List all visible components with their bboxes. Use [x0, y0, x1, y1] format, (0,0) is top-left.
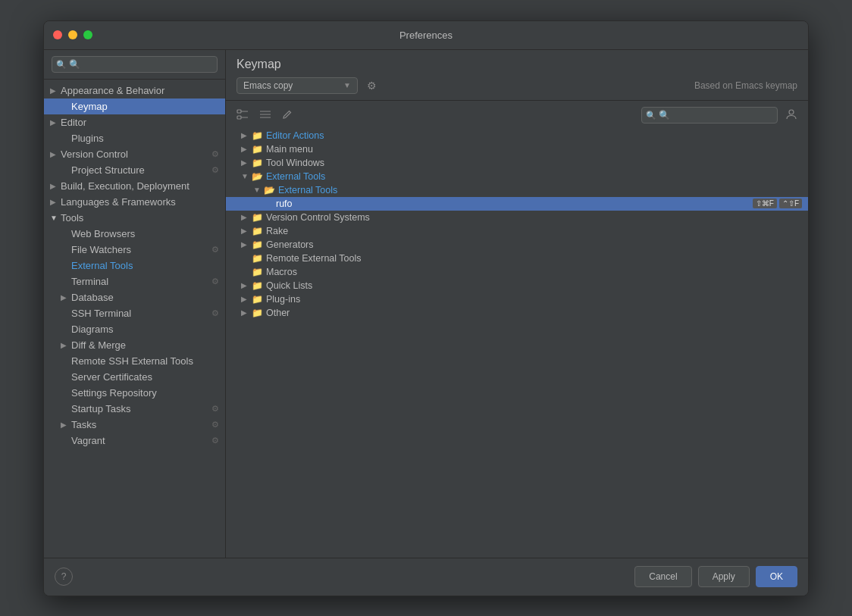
external-icon: ⚙ [211, 277, 219, 286]
km-item-editor-actions[interactable]: ▶ 📁 Editor Actions [226, 129, 808, 142]
folder-icon: 📁 [252, 130, 263, 141]
sidebar-item-external-tools[interactable]: External Tools [44, 258, 225, 274]
dropdown-arrow-icon: ▼ [343, 81, 351, 89]
arrow-icon: ▶ [50, 150, 61, 158]
sidebar-item-version-control[interactable]: ▶ Version Control ⚙ [44, 146, 225, 162]
km-item-label: Rake [266, 226, 288, 236]
km-item-label: Tool Windows [266, 158, 324, 168]
sidebar-item-appearance[interactable]: ▶ Appearance & Behavior [44, 83, 225, 98]
close-button[interactable] [53, 30, 62, 39]
arrow-icon: ▶ [50, 86, 61, 95]
expand-all-button[interactable] [233, 108, 252, 124]
cancel-button[interactable]: Cancel [634, 566, 691, 587]
sidebar-item-build[interactable]: ▶ Build, Execution, Deployment [44, 178, 225, 194]
arrow-icon [241, 254, 252, 262]
keymap-search-input[interactable] [641, 107, 778, 124]
sidebar-item-label: SSH Terminal [71, 308, 131, 319]
sidebar-search-icon: 🔍 [56, 59, 67, 69]
help-button[interactable]: ? [55, 568, 73, 586]
km-item-plug-ins[interactable]: ▶ 📁 Plug-ins [226, 292, 808, 306]
sidebar-item-tasks[interactable]: ▶ Tasks ⚙ [44, 417, 225, 433]
shortcut-part1: ⇧⌘F [753, 199, 777, 208]
keymap-dropdown[interactable]: Emacs copy ▼ [236, 77, 358, 94]
edit-button[interactable] [279, 108, 296, 124]
sidebar-item-plugins[interactable]: Plugins [44, 130, 225, 146]
km-item-main-menu[interactable]: ▶ 📁 Main menu [226, 142, 808, 156]
folder-icon: 📁 [252, 239, 263, 250]
sidebar-item-keymap[interactable]: Keymap [44, 98, 225, 114]
settings-gear-button[interactable]: ⚙ [364, 78, 380, 93]
dropdown-value: Emacs copy [243, 80, 339, 91]
km-item-label: Remote External Tools [266, 253, 362, 264]
km-item-label: External Tools [266, 171, 325, 182]
folder-open-icon: 📂 [264, 185, 275, 195]
sidebar-item-vagrant[interactable]: Vagrant ⚙ [44, 433, 225, 449]
arrow-icon [265, 199, 276, 208]
apply-button[interactable]: Apply [698, 566, 750, 587]
sidebar-item-label: Server Certificates [71, 371, 152, 383]
arrow-icon: ▶ [241, 295, 252, 303]
folder-icon: 📁 [252, 144, 263, 155]
sidebar-item-settings-repo[interactable]: Settings Repository [44, 385, 225, 401]
arrow-icon [61, 357, 71, 365]
maximize-button[interactable] [83, 30, 92, 39]
arrow-icon [61, 102, 71, 111]
folder-icon: 📁 [252, 226, 263, 236]
sidebar-item-label: Diff & Merge [71, 339, 126, 351]
sidebar-item-label: Appearance & Behavior [61, 85, 164, 96]
arrow-open-icon: ▼ [241, 172, 252, 180]
sidebar-item-languages[interactable]: ▶ Languages & Frameworks [44, 194, 225, 210]
external-icon: ⚙ [211, 404, 219, 414]
sidebar-item-startup-tasks[interactable]: Startup Tasks ⚙ [44, 401, 225, 417]
sidebar-item-label: Editor [61, 117, 86, 128]
km-item-macros[interactable]: 📁 Macros [226, 265, 808, 279]
sidebar-item-editor[interactable]: ▶ Editor [44, 114, 225, 130]
user-filter-button[interactable] [782, 107, 800, 124]
sidebar-item-tools[interactable]: ▼ Tools [44, 210, 225, 226]
sidebar-item-label: Settings Repository [71, 387, 157, 399]
main-content: 🔍 ▶ Appearance & Behavior Keymap ▶ [44, 50, 808, 558]
sidebar-item-terminal[interactable]: Terminal ⚙ [44, 274, 225, 289]
km-item-quick-lists[interactable]: ▶ 📁 Quick Lists [226, 279, 808, 292]
collapse-all-button[interactable] [256, 108, 274, 124]
km-item-label: Main menu [266, 144, 313, 155]
km-item-external-tools[interactable]: ▼ 📂 External Tools [226, 170, 808, 183]
km-item-external-tools-inner[interactable]: ▼ 📂 External Tools [226, 183, 808, 197]
window-title: Preferences [399, 30, 453, 41]
km-item-rufo[interactable]: rufo ⇧⌘F ⌃⇧F [226, 197, 808, 211]
arrow-icon: ▶ [241, 227, 252, 235]
sidebar-item-server-certs[interactable]: Server Certificates [44, 369, 225, 385]
sidebar-item-label: Terminal [71, 276, 108, 287]
keymap-search-icon: 🔍 [646, 111, 656, 120]
sidebar-item-diagrams[interactable]: Diagrams [44, 321, 225, 337]
km-item-vcs[interactable]: ▶ 📁 Version Control Systems [226, 211, 808, 224]
km-item-label: rufo [276, 199, 293, 209]
arrow-icon: ▶ [61, 421, 71, 429]
arrow-icon: ▶ [241, 308, 252, 317]
sidebar-item-web-browsers[interactable]: Web Browsers [44, 226, 225, 242]
km-item-remote-ext[interactable]: 📁 Remote External Tools [226, 252, 808, 265]
sidebar-item-label: Startup Tasks [71, 403, 131, 414]
minimize-button[interactable] [68, 30, 77, 39]
sidebar-item-diff-merge[interactable]: ▶ Diff & Merge [44, 337, 225, 353]
svg-rect-0 [237, 110, 241, 113]
sidebar-item-remote-ssh[interactable]: Remote SSH External Tools [44, 353, 225, 369]
km-item-label: Plug-ins [266, 294, 300, 305]
footer: ? Cancel Apply OK [44, 558, 808, 596]
km-item-rake[interactable]: ▶ 📁 Rake [226, 224, 808, 238]
sidebar-search-input[interactable] [52, 56, 218, 73]
arrow-icon [61, 230, 71, 238]
sidebar-item-file-watchers[interactable]: File Watchers ⚙ [44, 242, 225, 258]
sidebar-item-ssh-terminal[interactable]: SSH Terminal ⚙ [44, 305, 225, 321]
km-item-label: Macros [266, 267, 297, 277]
km-item-other[interactable]: ▶ 📁 Other [226, 306, 808, 320]
sidebar-item-label: Plugins [71, 133, 104, 144]
km-item-tool-windows[interactable]: ▶ 📁 Tool Windows [226, 156, 808, 170]
sidebar-item-project-structure[interactable]: Project Structure ⚙ [44, 162, 225, 178]
folder-open-icon: 📂 [252, 171, 263, 182]
sidebar-item-database[interactable]: ▶ Database [44, 289, 225, 305]
sidebar-item-label: Project Structure [71, 164, 145, 176]
ok-button[interactable]: OK [756, 566, 797, 587]
km-item-generators[interactable]: ▶ 📁 Generators [226, 238, 808, 252]
folder-icon: 📁 [252, 280, 263, 291]
